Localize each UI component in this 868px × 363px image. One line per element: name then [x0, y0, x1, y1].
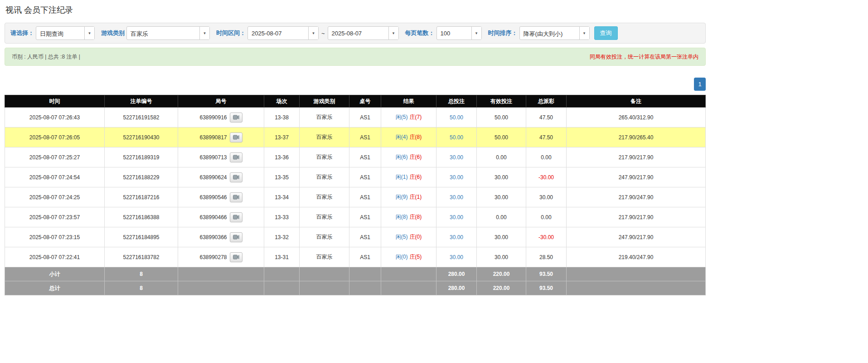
cell-valid-bet: 30.00 [477, 227, 526, 247]
total-bet-link[interactable]: 50.00 [450, 134, 463, 141]
date-from-picker[interactable]: 2025-08-07 ▾ [247, 26, 319, 40]
total-bet-link[interactable]: 30.00 [450, 154, 463, 161]
chevron-down-icon: ▾ [308, 27, 318, 39]
cell-valid-bet: 30.00 [477, 187, 526, 207]
result-banker: 庄(8) [410, 214, 422, 220]
date-to-picker[interactable]: 2025-08-07 ▾ [328, 26, 399, 40]
round-number: 638990366 [199, 234, 227, 240]
chevron-down-icon: ▾ [579, 27, 589, 39]
result-banker: 庄(6) [410, 154, 422, 160]
date-from-value: 2025-08-07 [248, 27, 308, 39]
total-bet-link[interactable]: 30.00 [450, 234, 463, 240]
subtotal-row: 小计 8 280.00 220.00 93.50 [5, 267, 706, 281]
table-row: 2025-08-07 07:22:41 522716183782 6389902… [5, 247, 706, 267]
view-video-button[interactable] [230, 232, 242, 242]
total-bet-link[interactable]: 30.00 [450, 254, 463, 260]
header-valid-bet: 有效投注 [477, 95, 526, 108]
total-bet-link[interactable]: 30.00 [450, 214, 463, 221]
cell-game-type: 百家乐 [300, 247, 349, 267]
cell-bet-id: 522716188229 [105, 167, 178, 187]
cell-note: 217.90/265.40 [567, 128, 706, 147]
total-bet-link[interactable]: 30.00 [450, 194, 463, 201]
total-total-bet: 280.00 [436, 281, 477, 295]
cell-time: 2025-08-07 07:26:43 [5, 108, 105, 128]
view-video-button[interactable] [230, 172, 242, 182]
header-bet-id: 注单编号 [105, 95, 178, 108]
cell-note: 265.40/312.90 [567, 108, 706, 128]
cell-bet-id: 522716183782 [105, 247, 178, 267]
cell-round: 638990624 [178, 167, 264, 187]
view-video-button[interactable] [230, 113, 242, 123]
cell-payout: 47.50 [526, 128, 567, 147]
cell-table-no: AS1 [349, 207, 381, 227]
cell-payout: 28.50 [526, 247, 567, 267]
subtotal-label: 小计 [5, 267, 105, 281]
result-banker: 庄(5) [410, 254, 422, 260]
cell-session: 13-38 [264, 108, 300, 128]
table-row: 2025-08-07 07:25:27 522716189319 6389907… [5, 147, 706, 167]
header-time: 时间 [5, 95, 105, 108]
cell-time: 2025-08-07 07:23:15 [5, 227, 105, 247]
query-type-select[interactable]: 日期查询 ▾ [36, 26, 95, 40]
cell-table-no: AS1 [349, 147, 381, 167]
table-row: 2025-08-07 07:23:15 522716184895 6389903… [5, 227, 706, 247]
subtotal-empty-cell [264, 267, 300, 281]
cell-time: 2025-08-07 07:25:27 [5, 147, 105, 167]
sort-order-select[interactable]: 降幂(由大到小) ▾ [519, 26, 590, 40]
summary-info-bar: 币别 : 人民币 | 总共 :8 注单 | 同局有效投注，统一计算在该局第一张注… [5, 48, 706, 66]
cell-round: 638990713 [178, 147, 264, 167]
view-video-button[interactable] [230, 252, 242, 262]
cell-result: 闲(1)庄(6) [381, 167, 436, 187]
view-video-button[interactable] [230, 192, 242, 202]
cell-valid-bet: 0.00 [477, 147, 526, 167]
page: 视讯 会员下注纪录 请选择： 日期查询 ▾ 游戏类别 百家乐 ▾ 时间区间： 2… [5, 5, 706, 295]
total-label: 总计 [5, 281, 105, 295]
filter-bar: 请选择： 日期查询 ▾ 游戏类别 百家乐 ▾ 时间区间： 2025-08-07 … [5, 23, 706, 44]
video-icon [233, 155, 239, 160]
total-row: 总计 8 280.00 220.00 93.50 [5, 281, 706, 295]
cell-valid-bet: 50.00 [477, 108, 526, 128]
cell-payout: 30.00 [526, 187, 567, 207]
pagination-page-1[interactable]: 1 [694, 78, 706, 91]
cell-time: 2025-08-07 07:26:05 [5, 128, 105, 147]
subtotal-empty-cell [349, 267, 381, 281]
table-body: 2025-08-07 07:26:43 522716191582 6389909… [5, 108, 706, 267]
search-button[interactable]: 查询 [594, 26, 618, 40]
cell-total-bet: 30.00 [436, 167, 477, 187]
cell-total-bet: 50.00 [436, 128, 477, 147]
cell-note: 247.90/217.90 [567, 227, 706, 247]
result-player: 闲(8) [396, 214, 408, 220]
cell-result: 闲(6)庄(6) [381, 147, 436, 167]
cell-round: 638990466 [178, 207, 264, 227]
cell-result: 闲(9)庄(1) [381, 187, 436, 207]
cell-game-type: 百家乐 [300, 147, 349, 167]
cell-total-bet: 30.00 [436, 147, 477, 167]
total-empty-cell [567, 281, 706, 295]
result-banker: 庄(7) [410, 114, 422, 120]
cell-payout: 0.00 [526, 207, 567, 227]
result-player: 闲(5) [396, 114, 408, 120]
subtotal-payout: 93.50 [526, 267, 567, 281]
result-banker: 庄(1) [410, 194, 422, 200]
cell-session: 13-37 [264, 128, 300, 147]
header-result: 结果 [381, 95, 436, 108]
cell-bet-id: 522716191582 [105, 108, 178, 128]
total-bet-link[interactable]: 30.00 [450, 174, 463, 181]
round-number: 638990713 [199, 154, 227, 161]
game-type-select[interactable]: 百家乐 ▾ [126, 26, 210, 40]
view-video-button[interactable] [230, 152, 242, 162]
page-size-select[interactable]: 100 ▾ [436, 26, 482, 40]
cell-table-no: AS1 [349, 167, 381, 187]
cell-session: 13-36 [264, 147, 300, 167]
cell-game-type: 百家乐 [300, 207, 349, 227]
total-count: 8 [105, 281, 178, 295]
game-type-value: 百家乐 [127, 27, 199, 39]
video-icon [233, 255, 239, 260]
total-bet-link[interactable]: 50.00 [450, 114, 463, 121]
round-number: 638990624 [199, 174, 227, 181]
cell-payout: -30.00 [526, 167, 567, 187]
view-video-button[interactable] [230, 212, 242, 222]
video-icon [233, 195, 239, 200]
view-video-button[interactable] [230, 132, 242, 142]
header-payout: 总派彩 [526, 95, 567, 108]
